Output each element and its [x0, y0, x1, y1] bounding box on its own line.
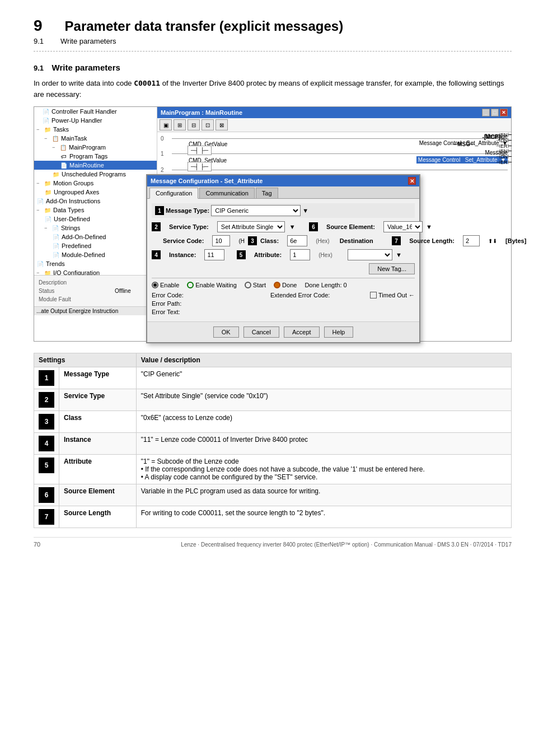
- done-length-label: Done Length: 0: [305, 282, 346, 288]
- tab-configuration[interactable]: Configuration: [149, 188, 198, 199]
- expander-icon[interactable]: −: [44, 225, 50, 231]
- msg-type-select[interactable]: CIP Generic: [211, 205, 301, 216]
- dialog-close-button[interactable]: ✕: [408, 177, 416, 185]
- row-num-cell: 6: [34, 484, 59, 506]
- destination-label: Destination: [340, 237, 373, 244]
- file-icon: 📄: [52, 251, 60, 259]
- toolbar-btn-5[interactable]: ⊠: [216, 119, 228, 130]
- section-divider: [34, 51, 512, 52]
- error-text-label: Error Text:: [152, 309, 180, 315]
- settings-table: Settings Value / description 1 Message T…: [34, 353, 512, 528]
- table-row: 7 Source Length For writing to code C000…: [34, 506, 512, 528]
- tag-icon: 🏷: [60, 152, 68, 160]
- tab-communication[interactable]: Communication: [199, 188, 254, 198]
- toolbar-btn-3[interactable]: ⊟: [188, 119, 200, 130]
- chapter-number: 9: [34, 17, 43, 35]
- field-num-7: 7: [392, 236, 401, 245]
- toolbar-btn-4[interactable]: ⊡: [202, 119, 214, 130]
- cancel-button[interactable]: Cancel: [243, 326, 279, 338]
- tree-item[interactable]: 🏷 Program Tags: [34, 152, 157, 161]
- section-num-heading: 9.1: [34, 64, 44, 72]
- setting-value-cell: For writing to code C00011, set the sour…: [136, 506, 511, 528]
- footer-text: Lenze · Decentralised frequency inverter…: [181, 542, 512, 548]
- left-panel: 📄 Controller Fault Handler 📄 Power-Up Ha…: [34, 107, 157, 341]
- done-indicator: Done: [274, 282, 297, 288]
- maximize-button[interactable]: □: [491, 109, 499, 116]
- tree-item[interactable]: − 📁 Tasks: [34, 125, 157, 134]
- chapter-title: Parameter data transfer (explicit messag…: [65, 18, 344, 34]
- setting-name: Service Type: [64, 392, 105, 400]
- expander-icon[interactable]: −: [36, 180, 42, 186]
- tree-item[interactable]: 📄 Add-On-Defined: [34, 232, 157, 241]
- expander-icon[interactable]: −: [52, 144, 58, 150]
- source-element-select[interactable]: Value_16: [383, 221, 423, 232]
- error-code-label: Error Code:: [152, 292, 196, 298]
- minimize-button[interactable]: _: [482, 109, 490, 116]
- tree-item[interactable]: 📄 Module-Defined: [34, 250, 157, 259]
- expander-icon[interactable]: −: [36, 127, 42, 132]
- enable-waiting-radio[interactable]: Enable Waiting: [187, 282, 237, 288]
- timed-out-checkbox[interactable]: Timed Out ←: [370, 292, 415, 298]
- service-code-input[interactable]: [212, 235, 230, 246]
- expander-icon[interactable]: −: [36, 270, 42, 275]
- field-num-5: 5: [237, 250, 246, 259]
- service-type-select[interactable]: Set Attribute Single: [217, 221, 285, 232]
- tree-item[interactable]: 📄 Power-Up Handler: [34, 116, 157, 125]
- row-num-cell: 3: [34, 411, 59, 433]
- setting-name: Instance: [64, 436, 91, 444]
- file-icon: 📄: [36, 197, 44, 205]
- timed-out-check[interactable]: [370, 292, 377, 298]
- setting-name-cell: Instance: [59, 433, 137, 455]
- tree-item[interactable]: − 📁 Data Types: [34, 206, 157, 214]
- toolbar-btn-2[interactable]: ⊞: [174, 119, 186, 130]
- tab-tag[interactable]: Tag: [256, 188, 278, 198]
- instance-label: Instance:: [169, 251, 196, 258]
- toolbar-btn-1[interactable]: ▣: [160, 119, 172, 130]
- radio-row: Enable Enable Waiting Start Done Done: [152, 282, 415, 288]
- tree-item[interactable]: − 📄 Strings: [34, 223, 157, 232]
- new-tag-button[interactable]: New Tag...: [369, 263, 415, 274]
- tree-item[interactable]: − 📁 I/O Configuration: [34, 268, 157, 275]
- file-icon: 📄: [42, 108, 50, 115]
- routine-icon: 📄: [60, 161, 68, 169]
- table-row: 1 Message Type "CIP Generic": [34, 367, 512, 389]
- tree-item[interactable]: 📁 Unscheduled Programs: [34, 170, 157, 179]
- close-button[interactable]: ✕: [500, 109, 508, 116]
- help-button[interactable]: Help: [324, 326, 354, 338]
- setting-value-cell: "1" = Subcode of the Lenze code • If the…: [136, 455, 511, 484]
- expander-icon[interactable]: −: [44, 136, 50, 141]
- tree-item[interactable]: − 📋 MainTask: [34, 134, 157, 143]
- class-label: Class:: [260, 237, 279, 244]
- tree-item[interactable]: 📄 Controller Fault Handler: [34, 107, 157, 116]
- source-length-input[interactable]: [463, 235, 480, 246]
- tree-item[interactable]: − 📁 Motion Groups: [34, 179, 157, 188]
- tree-item[interactable]: 📄 Trends: [34, 259, 157, 268]
- setting-name-cell: Attribute: [59, 455, 137, 484]
- dialog-tabs: Configuration Communication Tag: [147, 186, 419, 199]
- setting-value-cell: "Set Attribute Single" (service code "0x…: [136, 389, 511, 411]
- msg-type-label: Message Type:: [166, 207, 209, 214]
- expander-icon[interactable]: −: [36, 207, 42, 213]
- tree-item-mainroutine[interactable]: 📄 MainRoutine: [34, 161, 157, 170]
- class-input[interactable]: [287, 235, 307, 246]
- ok-button[interactable]: OK: [213, 326, 239, 338]
- field-num-3: 3: [248, 236, 257, 245]
- folder-icon: 📁: [44, 206, 51, 214]
- enable-waiting-label: Enable Waiting: [195, 282, 237, 288]
- tree-item[interactable]: 📁 Ungrouped Axes: [34, 188, 157, 197]
- start-radio[interactable]: Start: [245, 282, 266, 288]
- instance-input[interactable]: [204, 249, 224, 260]
- setting-name-cell: Service Type: [59, 389, 137, 411]
- attribute-input[interactable]: [290, 249, 310, 260]
- tree-item[interactable]: − 📋 MainProgram: [34, 143, 157, 152]
- error-text-row: Error Text:: [152, 309, 415, 315]
- tree-item[interactable]: 📄 User-Defined: [34, 214, 157, 223]
- field-num-4: 4: [152, 250, 161, 259]
- accept-button[interactable]: Accept: [284, 326, 320, 338]
- tree-item[interactable]: 📄 Add-On Instructions: [34, 197, 157, 206]
- source-element-label: Source Element:: [326, 223, 375, 230]
- setting-name: Message Type: [64, 370, 109, 378]
- tree-item[interactable]: 📄 Predefined: [34, 241, 157, 250]
- enable-radio[interactable]: Enable: [152, 282, 179, 288]
- destination-select[interactable]: [348, 249, 392, 260]
